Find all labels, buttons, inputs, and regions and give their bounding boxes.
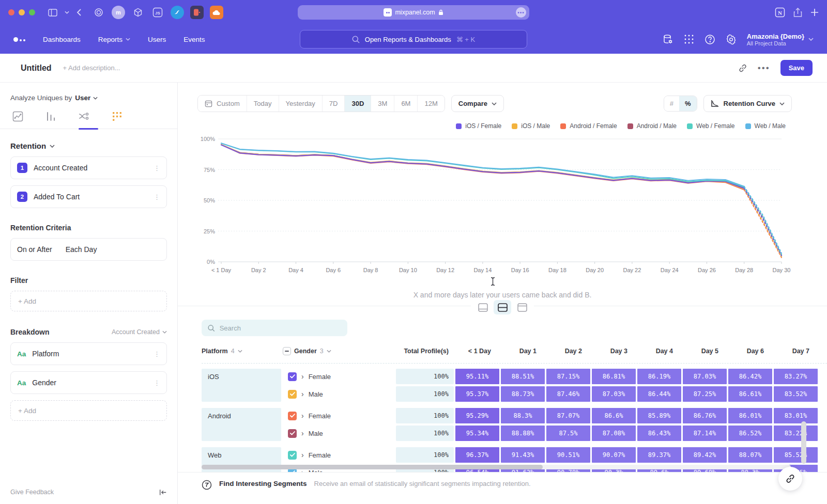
day-column-header[interactable]: Day 4 (637, 348, 681, 355)
criteria-interval[interactable]: Each Day (66, 245, 97, 254)
breakdown-gender[interactable]: Aa Gender ⋮ (10, 371, 167, 394)
legend-item[interactable]: Android / Male (627, 122, 677, 130)
target-extension-icon[interactable] (92, 6, 105, 19)
table-search[interactable] (202, 320, 347, 336)
tab-retention[interactable] (106, 111, 127, 129)
step-options-icon[interactable]: ⋮ (154, 193, 160, 201)
data-management-icon[interactable] (662, 34, 673, 45)
avatar-extension-icon[interactable]: m (112, 6, 125, 19)
close-window-button[interactable] (8, 9, 14, 15)
chart-type-dropdown[interactable]: Retention Curve (703, 95, 792, 112)
chevron-down-icon[interactable] (65, 11, 69, 14)
expand-row-icon[interactable]: › (301, 412, 304, 419)
retention-step-b[interactable]: 2 Added To Cart ⋮ (10, 185, 167, 208)
js-extension-icon[interactable]: JS (151, 6, 164, 19)
global-search-button[interactable]: Open Reports & Dashboards ⌘ + K (300, 30, 527, 49)
compare-button[interactable]: Compare (451, 95, 504, 112)
day-column-header[interactable]: Day 3 (592, 348, 636, 355)
select-all-checkbox[interactable] (283, 347, 291, 355)
date-range-today[interactable]: Today (247, 96, 279, 112)
day-column-header[interactable]: Day 7 (774, 348, 818, 355)
workspace-switcher[interactable]: Amazonia {Demo} All Project Data (747, 33, 814, 46)
unit-number-toggle[interactable]: # (664, 96, 679, 111)
horizontal-scrollbar[interactable] (202, 465, 791, 469)
breakdown-scope-dropdown[interactable]: Account Created (112, 328, 167, 336)
nav-reports[interactable]: Reports (98, 36, 130, 43)
day-column-header[interactable]: Day 5 (683, 348, 727, 355)
minimize-window-button[interactable] (19, 9, 25, 15)
report-title[interactable]: Untitled (21, 64, 52, 73)
tab-overflow-icon[interactable]: ••• (516, 7, 526, 18)
day-column-header[interactable]: Day 2 (546, 348, 590, 355)
nav-users[interactable]: Users (148, 36, 166, 43)
retention-section-header[interactable]: Retention (10, 141, 167, 150)
date-range-12m[interactable]: 12M (418, 96, 444, 112)
expand-row-icon[interactable]: › (301, 373, 304, 380)
gender-row[interactable]: › Female (283, 369, 394, 384)
horizontal-scrollbar-thumb[interactable] (202, 465, 543, 469)
tab-insights[interactable] (7, 111, 28, 129)
gender-column-header[interactable]: Gender3 (283, 347, 394, 355)
date-range-custom[interactable]: Custom (198, 96, 247, 112)
criteria-mode[interactable]: On or After (17, 245, 52, 254)
share-icon[interactable] (793, 8, 802, 18)
gender-row[interactable]: › Female (283, 447, 394, 463)
add-breakdown-button[interactable]: + Add (10, 400, 167, 421)
segments-title[interactable]: Find Interesting Segments (219, 480, 307, 487)
split-view-button[interactable] (494, 300, 511, 314)
tab-funnels[interactable] (40, 111, 61, 129)
segment-checkbox[interactable] (288, 429, 297, 438)
chart-only-view-button[interactable] (474, 300, 492, 314)
gender-row[interactable]: › Female (283, 408, 394, 423)
save-button[interactable]: Save (780, 60, 813, 76)
unit-percent-toggle[interactable]: % (679, 96, 697, 111)
share-link-fab[interactable] (778, 467, 802, 491)
retention-step-a[interactable]: 1 Account Created ⋮ (10, 156, 167, 179)
nav-events[interactable]: Events (183, 36, 205, 43)
segment-checkbox[interactable] (288, 390, 297, 399)
recorder-extension-icon[interactable] (190, 6, 204, 19)
table-search-input[interactable] (220, 324, 341, 332)
date-range-yesterday[interactable]: Yesterday (279, 96, 323, 112)
tab-flows[interactable] (73, 111, 94, 129)
expand-row-icon[interactable]: › (301, 430, 304, 437)
date-range-30d[interactable]: 30D (345, 96, 371, 112)
legend-item[interactable]: iOS / Male (512, 122, 550, 130)
breakdown-options-icon[interactable]: ⋮ (154, 350, 160, 358)
mixpanel-logo-icon[interactable] (13, 37, 25, 42)
gender-row[interactable]: › Male (283, 386, 394, 402)
expand-row-icon[interactable]: › (301, 390, 304, 398)
date-range-3m[interactable]: 3M (371, 96, 394, 112)
cube-extension-icon[interactable] (131, 6, 145, 19)
segment-checkbox[interactable] (288, 451, 297, 460)
platform-cell[interactable]: iOS (202, 369, 281, 402)
total-profiles-header[interactable]: Total Profile(s) (396, 348, 454, 355)
zoom-window-button[interactable] (29, 9, 35, 15)
day-column-header[interactable]: Day 6 (728, 348, 772, 355)
legend-item[interactable]: Web / Female (687, 122, 734, 130)
notion-pin-icon[interactable]: N (775, 7, 785, 18)
date-range-7d[interactable]: 7D (323, 96, 345, 112)
add-filter-button[interactable]: + Add (10, 291, 167, 311)
table-only-view-button[interactable] (513, 300, 531, 314)
day-column-header[interactable]: Day 1 (501, 348, 545, 355)
cloud-extension-icon[interactable] (210, 6, 223, 19)
legend-item[interactable]: Android / Female (560, 122, 617, 130)
day-column-header[interactable]: < 1 Day (455, 348, 499, 355)
breakdown-options-icon[interactable]: ⋮ (154, 379, 160, 387)
segment-checkbox[interactable] (288, 412, 297, 420)
copy-link-icon[interactable] (738, 64, 747, 73)
apps-grid-icon[interactable] (684, 34, 694, 44)
retention-criteria-card[interactable]: On or After Each Day (10, 238, 167, 261)
window-controls[interactable] (8, 9, 35, 15)
add-description-button[interactable]: + Add description... (63, 64, 120, 72)
help-icon[interactable] (705, 34, 715, 45)
address-bar[interactable]: mixpanel.com ••• (298, 5, 529, 20)
legend-item[interactable]: iOS / Female (456, 122, 501, 130)
vertical-scrollbar-thumb[interactable] (801, 421, 806, 464)
expand-row-icon[interactable]: › (301, 451, 304, 459)
back-icon[interactable] (76, 9, 81, 16)
analyze-entity-dropdown[interactable]: User (75, 94, 98, 102)
gender-row[interactable]: › Male (283, 426, 394, 441)
new-tab-icon[interactable] (810, 8, 819, 17)
